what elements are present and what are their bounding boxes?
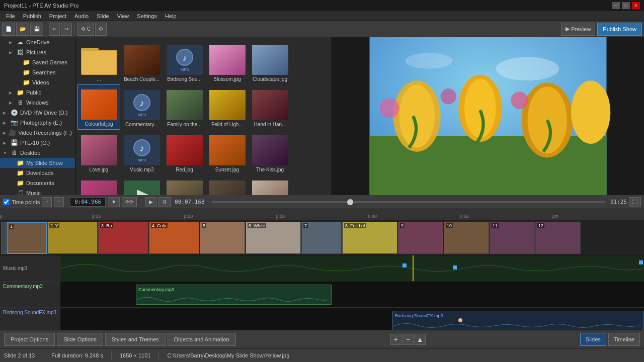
sidebar-item-5[interactable]: ▶📁Public [0,87,75,98]
save-button[interactable]: 💾 [30,23,43,36]
menu-item-view[interactable]: View [113,12,133,20]
file-item-10[interactable]: Love.jpg [77,130,120,175]
add-slide-button[interactable]: + [390,334,401,345]
control-point-1[interactable] [403,263,407,267]
sidebar-item-15[interactable]: 🎵Music [0,188,75,195]
birdsong-cp-1[interactable] [458,318,462,322]
preview-button[interactable]: ▶ Preview [561,23,595,36]
slide-thumb-0[interactable]: 1 [7,222,47,254]
move-up-button[interactable]: ▲ [415,334,426,345]
file-item-2[interactable]: ♪ MP3 Birdsong Sou... [163,39,206,84]
minimize-button[interactable]: ─ [612,2,620,9]
file-item-1[interactable]: Beach Couple... [120,39,163,84]
slide-thumb-6[interactable]: 7 [301,222,342,254]
remove-timepoint-button[interactable]: − [54,197,64,207]
slide-thumb-11[interactable]: 12 [535,222,581,254]
slide-options-button[interactable]: Slide Options [57,333,103,346]
file-item-4[interactable]: Cloudscape.jpg [249,39,291,84]
menu-item-settings[interactable]: Settings [133,12,161,20]
sidebar-item-8[interactable]: ▶📷Photography (E:) [0,118,75,128]
time-format-button[interactable]: ▼ [108,197,120,207]
file-item-17[interactable]: Watching th... [163,175,206,195]
menu-item-audio[interactable]: Audio [70,12,93,20]
commentary-block[interactable]: Commentary.mp3 [136,285,332,305]
control-point-3[interactable] [639,260,643,264]
sidebar-item-1[interactable]: ▶🖼Pictures [0,47,75,57]
svg-point-40 [464,78,496,138]
sidebar-item-10[interactable]: ▶💾PTE-10 (G:) [0,138,75,148]
file-item-16[interactable]: Video - Shore... [120,175,163,195]
main-area: ▶☁OneDrive▶🖼Pictures 📁Saved Games 📁Searc… [0,37,644,195]
play-button[interactable]: ▶ [145,197,156,207]
sidebar-item-9[interactable]: ▶🎥Video Recordings (F:) [0,128,75,138]
file-item-6[interactable]: ♪ MP3 Commentary... [120,84,163,130]
pause-button[interactable]: ⏸ [158,197,171,207]
file-button[interactable]: 📄 [2,23,15,36]
undo-button[interactable]: ↩ [49,23,60,36]
file-item-11[interactable]: ♪ MP3 Music.mp3 [120,130,163,175]
slide-thumb-5[interactable]: 6. White [246,222,301,254]
slide-thumb-9[interactable]: 10 [444,222,489,254]
file-item-12[interactable]: Red.jpg [163,130,206,175]
maximize-button[interactable]: □ [622,2,630,9]
sidebar-item-14[interactable]: 📁Documents [0,178,75,188]
file-item-14[interactable]: The Kiss.jpg [249,130,291,175]
timeline-view-button[interactable]: Timeline [608,333,640,346]
file-thumb-16 [124,180,160,195]
sidebar-item-3[interactable]: 📁Searches [0,67,75,77]
file-item-15[interactable]: Tulips.jpg [77,175,120,195]
file-item-13[interactable]: Sunset.jpg [206,130,249,175]
sidebar-item-0[interactable]: ▶☁OneDrive [0,37,75,47]
fullscreen-button[interactable]: ⛶ [629,197,641,207]
file-item-18[interactable]: Watching.jpg [206,175,249,195]
slide-thumb-10[interactable]: 11 [490,222,535,254]
control-point-2[interactable] [453,265,457,269]
slide-strip[interactable]: 12. Y3. Ra4. Colo56. White78. Feild of91… [0,220,644,255]
sidebar-item-2[interactable]: 📁Saved Games [0,57,75,67]
sidebar-item-11[interactable]: ▼🖥Desktop [0,148,75,158]
slide-num-3: 4. Colo [151,223,168,228]
file-thumb-5 [81,89,117,120]
redo-button[interactable]: ↪ [61,23,72,36]
synced-button[interactable]: ⟳⟳ [122,197,137,207]
sidebar-item-6[interactable]: ▶🖥Windows [0,98,75,108]
close-button[interactable]: ✕ [632,2,640,9]
timeline-scrubber[interactable] [212,201,605,203]
file-item-5[interactable]: Colourful.jpg [77,84,120,130]
birdsong-block[interactable]: Birdsong SoundFX.mp3 [392,311,644,330]
project-options-button[interactable]: Project Options [4,333,55,346]
menu-item-help[interactable]: Help [161,12,181,20]
tools-button[interactable]: ⚙ C [77,23,94,36]
remove-slide-button[interactable]: − [403,334,414,345]
sidebar-item-12[interactable]: 📁My Slide Show [0,158,75,168]
file-item-19[interactable]: White Roses... [249,175,291,195]
menu-item-slide[interactable]: Slide [93,12,113,20]
add-timepoint-button[interactable]: + [42,197,52,207]
open-button[interactable]: 📂 [16,23,29,36]
file-item-0[interactable]: ... [77,39,120,84]
slide-thumb-1[interactable]: 2. Y [47,222,98,254]
sidebar-item-13[interactable]: 📁Downloads [0,168,75,178]
extra-button[interactable]: ⚙ [95,23,107,36]
styles-themes-button[interactable]: Styles and Themes [105,333,166,346]
file-item-3[interactable]: Blossom.jpg [206,39,249,84]
slide-thumb-4[interactable]: 5 [200,222,245,254]
menu-item-file[interactable]: File [2,12,19,20]
sidebar-item-4[interactable]: 📁Videos [0,77,75,87]
slide-thumb-8[interactable]: 9 [398,222,443,254]
objects-animation-button[interactable]: Objects and Animation [168,333,236,346]
menu-item-project[interactable]: Project [45,12,70,20]
publish-button[interactable]: Publish Show [597,23,642,36]
file-item-7[interactable]: Family on the... [163,84,206,130]
sidebar-icon-15: 🎵 [16,190,24,195]
sidebar-item-7[interactable]: ▶💿DVD RW Drive (D:) [0,108,75,118]
slide-thumb-7[interactable]: 8. Feild of [342,222,397,254]
file-item-9[interactable]: Hand in Han... [249,84,291,130]
slide-thumb-3[interactable]: 4. Colo [149,222,199,254]
timepoints-checkbox[interactable] [3,199,10,205]
slide-thumb-2[interactable]: 3. Ra [98,222,148,254]
menu-item-publish[interactable]: Publish [19,12,45,20]
slides-view-button[interactable]: Slides [580,333,606,346]
file-item-8[interactable]: Feild of Ligh... [206,84,249,130]
music-track: // waveform generated in JS below [60,255,644,282]
